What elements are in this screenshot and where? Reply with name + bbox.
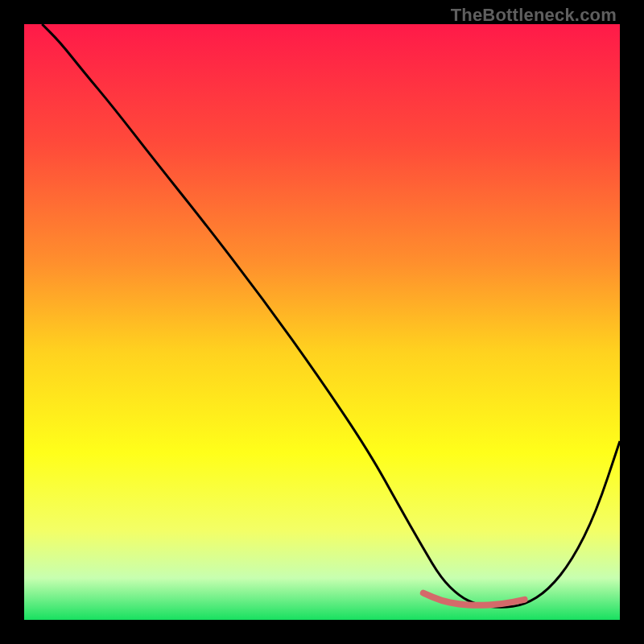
- chart-frame: [24, 24, 620, 620]
- chart-svg: [24, 24, 620, 620]
- gradient-background: [24, 24, 620, 620]
- watermark-text: TheBottleneck.com: [451, 5, 617, 26]
